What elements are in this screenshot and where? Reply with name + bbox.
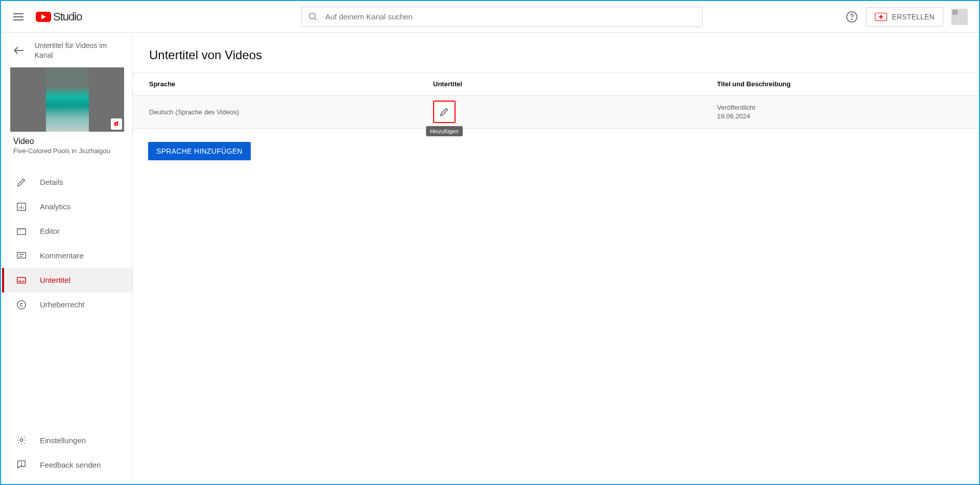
search-icon [308,12,318,22]
col-language: Sprache [149,80,433,88]
sidebar-item-copyright[interactable]: Urheberrecht [2,293,132,317]
comments-icon [15,250,28,262]
col-subtitles: Untertitel [433,80,717,88]
feedback-icon [15,458,28,471]
row-titledesc: Veröffentlicht 19.06.2024 [717,104,962,120]
table-row: Deutsch (Sprache des Videos) Hinzufügen … [133,95,978,129]
nav-label: Urheberrecht [40,300,85,309]
svg-line-1 [315,18,317,20]
video-thumbnail[interactable] [10,67,124,132]
page-title: Untertitel von Videos [149,48,978,62]
create-button[interactable]: ERSTELLEN [866,7,944,27]
thumbnail-image [46,67,89,132]
copyright-icon [15,299,28,311]
video-meta: Video Five-Colored Pools in Jiuzhaigou [2,137,132,164]
shorts-badge-icon [111,118,122,130]
sidebar-nav: Details Analytics Editor Kommentare Unte… [2,170,132,428]
svg-point-23 [21,465,21,466]
film-icon [15,225,28,237]
nav-label: Analytics [40,202,70,211]
svg-rect-9 [17,229,26,234]
create-video-icon [875,13,887,21]
pencil-icon [439,106,450,117]
logo-text: Studio [53,10,82,23]
subtitles-icon [15,274,28,286]
sidebar-item-settings[interactable]: Einstellungen [2,428,132,452]
header: Studio ERSTELLEN [1,1,979,33]
hamburger-menu-icon[interactable] [13,11,26,23]
row-subtitles: Hinzufügen [433,101,717,123]
analytics-icon [15,201,28,213]
sidebar-item-details[interactable]: Details [2,170,132,195]
sidebar-item-analytics[interactable]: Analytics [2,195,132,219]
svg-point-20 [17,301,26,309]
svg-point-21 [20,439,23,442]
sidebar-bottom: Einstellungen Feedback senden [2,428,132,483]
sidebar-item-subtitles[interactable]: Untertitel [2,268,132,293]
add-language-button[interactable]: SPRACHE HINZUFÜGEN [148,142,251,160]
row-language: Deutsch (Sprache des Videos) [149,108,433,116]
svg-rect-17 [17,277,26,283]
svg-rect-19 [22,281,25,282]
nav-label: Kommentare [40,251,84,260]
main-content: Untertitel von Videos Sprache Untertitel… [133,34,978,483]
sidebar-back-label: Untertitel für Videos im Kanal [35,41,126,60]
svg-rect-18 [19,281,22,282]
sidebar-item-comments[interactable]: Kommentare [2,244,132,268]
add-subtitle-button[interactable]: Hinzufügen [433,101,456,123]
video-title: Five-Colored Pools in Jiuzhaigou [13,147,121,155]
account-avatar[interactable] [951,9,968,25]
tooltip: Hinzufügen [426,126,463,136]
nav-label: Feedback senden [40,460,101,469]
create-label: ERSTELLEN [892,13,935,21]
search-input[interactable] [325,12,696,21]
nav-label: Einstellungen [40,436,86,445]
publish-date: 19.06.2024 [717,112,962,120]
youtube-play-icon [36,12,51,22]
col-titledesc: Titel und Beschreibung [717,80,962,88]
publish-status: Veröffentlicht [717,104,962,111]
nav-label: Editor [40,227,60,235]
sidebar-header: Untertitel für Videos im Kanal [2,34,132,67]
studio-logo[interactable]: Studio [36,10,82,23]
svg-rect-14 [17,252,26,258]
help-icon[interactable] [846,11,858,23]
table-header: Sprache Untertitel Titel und Beschreibun… [133,72,978,95]
svg-point-3 [851,19,852,20]
sidebar-item-editor[interactable]: Editor [2,219,132,244]
pencil-icon [15,176,28,188]
sidebar: Untertitel für Videos im Kanal Video Fiv… [2,34,133,483]
search-bar[interactable] [301,7,703,27]
video-label: Video [13,137,121,146]
nav-label: Untertitel [40,276,70,284]
header-actions: ERSTELLEN [846,7,968,27]
back-arrow-icon[interactable] [12,44,26,57]
svg-point-0 [309,13,316,19]
sidebar-item-feedback[interactable]: Feedback senden [2,452,132,477]
gear-icon [15,434,28,446]
nav-label: Details [40,178,63,186]
